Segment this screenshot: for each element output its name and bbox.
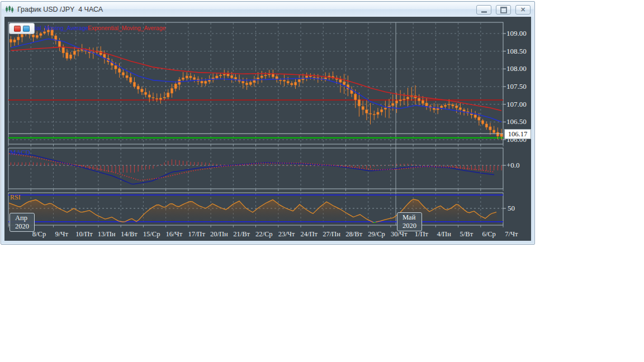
window-controls: ✕ (476, 5, 531, 15)
window-title: График USD /JPY 4 ЧАСА (17, 6, 103, 13)
rsi-mid-label: 50 (508, 204, 515, 213)
chart-area[interactable] (4, 17, 531, 241)
current-price-badge: 106.17 (504, 129, 531, 139)
close-icon: ✕ (520, 7, 525, 13)
minimize-button[interactable] (476, 5, 491, 15)
blue-square-button[interactable] (23, 26, 30, 32)
close-button[interactable]: ✕ (515, 5, 531, 15)
chart-toolbar (9, 23, 35, 34)
restore-icon (500, 7, 507, 13)
macd-zero-label: +0.0 (506, 161, 520, 170)
rsi-label: RSI (10, 193, 21, 202)
candlestick-chart-icon (5, 5, 14, 14)
restore-button[interactable] (496, 5, 511, 15)
titlebar[interactable]: График USD /JPY 4 ЧАСА ✕ (2, 2, 534, 17)
chart-window: График USD /JPY 4 ЧАСА ✕ (1, 1, 535, 245)
desktop: График USD /JPY 4 ЧАСА ✕ Exponential_Mov… (0, 0, 644, 362)
macd-label: MACD (10, 149, 30, 157)
minimize-icon (481, 11, 487, 13)
red-square-button[interactable] (14, 26, 21, 32)
legend-ma-slow: Exponential_Moving_Average (88, 25, 165, 31)
